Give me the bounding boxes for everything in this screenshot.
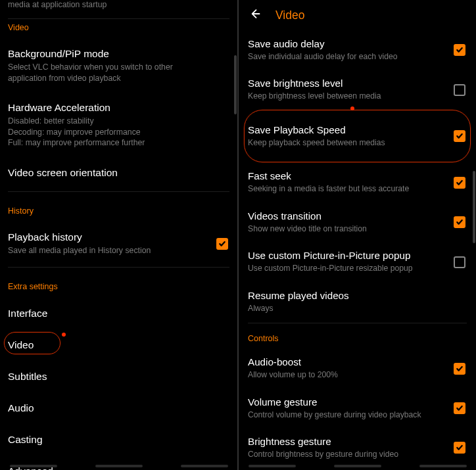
extra-item-audio[interactable]: Audio — [8, 392, 229, 424]
setting-title: Videos transition — [248, 210, 440, 222]
setting-videos-transition[interactable]: Videos transition Show new video title o… — [248, 202, 467, 242]
setting-save-brightness[interactable]: Save brightness level Keep brightness le… — [248, 70, 467, 109]
checkbox[interactable] — [454, 130, 465, 142]
nav-pill[interactable] — [419, 465, 467, 467]
setting-title: Save brightness level — [248, 78, 440, 89]
back-icon[interactable] — [248, 7, 261, 23]
setting-subtitle: Control volume by gesture during video p… — [248, 410, 440, 420]
setting-subtitle: Disabled: better stability Decoding: may… — [8, 116, 203, 149]
setting-title: Save Playback Speed — [248, 124, 440, 135]
setting-background-pip[interactable]: Background/PiP mode Select VLC behavior … — [8, 39, 229, 93]
nav-pill[interactable] — [334, 465, 381, 467]
setting-subtitle: Keep playback speed between medias — [248, 137, 440, 148]
setting-subtitle: Always — [248, 303, 440, 314]
setting-subtitle: Allow volume up to 200% — [248, 369, 440, 380]
setting-title: Brightness gesture — [248, 436, 440, 447]
divider — [248, 323, 467, 323]
setting-title: Resume played videos — [248, 290, 440, 301]
settings-screen-left: media at application startup Video Backg… — [0, 0, 237, 470]
setting-save-audio-delay[interactable]: Save audio delay Save individual audio d… — [248, 30, 467, 70]
setting-title: Use custom Picture-in-Picture popup — [248, 250, 440, 261]
section-header-history: History — [8, 206, 229, 216]
setting-resume-played[interactable]: Resume played videos Always — [248, 282, 467, 321]
checkbox[interactable] — [454, 216, 465, 228]
extra-item-interface[interactable]: Interface — [8, 298, 229, 329]
setting-title: Audio-boost — [248, 356, 440, 367]
checkbox[interactable] — [216, 238, 228, 250]
divider — [8, 18, 229, 19]
nav-pill[interactable] — [249, 465, 296, 467]
android-nav-bar — [0, 465, 237, 467]
video-settings-screen-right: Video Save audio delay Save individual a… — [239, 0, 476, 470]
setting-title: Hardware Acceleration — [8, 102, 203, 114]
setting-screen-orientation[interactable]: Video screen orientation — [8, 158, 229, 190]
checkbox[interactable] — [454, 44, 465, 56]
extra-item-advanced[interactable]: Advanced — [8, 456, 229, 470]
setting-title: Video screen orientation — [8, 167, 203, 179]
extra-item-casting[interactable]: Casting — [8, 424, 229, 456]
setting-subtitle: Save individual audio delay for each vid… — [248, 51, 440, 62]
top-app-bar: Video — [239, 0, 476, 30]
setting-subtitle: Select VLC behavior when you switch to o… — [8, 62, 203, 83]
section-header-video: Video — [8, 23, 229, 32]
android-nav-bar — [239, 465, 476, 467]
section-header-extra: Extra settings — [8, 282, 229, 291]
setting-playback-history[interactable]: Playback history Save all media played i… — [8, 222, 229, 266]
setting-title: Background/PiP mode — [8, 48, 203, 60]
setting-title: Playback history — [8, 231, 203, 243]
section-header-controls: Controls — [248, 334, 467, 343]
truncated-text: media at application startup — [8, 0, 229, 17]
extra-item-subtitles[interactable]: Subtitles — [8, 361, 229, 392]
nav-pill[interactable] — [181, 465, 228, 467]
setting-subtitle: Seeking in a media is faster but less ac… — [248, 183, 440, 194]
screen-title: Video — [275, 9, 304, 22]
setting-subtitle: Save all media played in History section — [8, 245, 203, 256]
setting-subtitle: Show new video title on transition — [248, 223, 440, 234]
checkbox[interactable] — [454, 84, 465, 96]
setting-audio-boost[interactable]: Audio-boost Allow volume up to 200% — [248, 348, 467, 388]
extra-item-label: Video — [8, 339, 34, 350]
setting-custom-pip[interactable]: Use custom Picture-in-Picture popup Use … — [248, 242, 467, 281]
setting-hardware-accel[interactable]: Hardware Acceleration Disabled: better s… — [8, 93, 229, 158]
checkbox[interactable] — [454, 442, 465, 454]
setting-subtitle: Keep brightness level between media — [248, 91, 440, 101]
divider — [8, 191, 229, 192]
setting-fast-seek[interactable]: Fast seek Seeking in a media is faster b… — [248, 162, 467, 202]
checkbox[interactable] — [454, 256, 465, 268]
setting-title: Fast seek — [248, 170, 440, 181]
checkbox[interactable] — [454, 177, 465, 189]
highlight-dot — [350, 106, 354, 110]
setting-title: Volume gesture — [248, 396, 440, 408]
nav-pill[interactable] — [10, 465, 57, 467]
setting-title: Save audio delay — [248, 38, 440, 49]
setting-brightness-gesture[interactable]: Brightness gesture Control brightness by… — [248, 428, 467, 467]
extra-item-video[interactable]: Video — [8, 329, 229, 361]
nav-pill[interactable] — [95, 465, 143, 467]
checkbox[interactable] — [454, 363, 465, 375]
setting-subtitle: Use custom Picture-in-Picture resizable … — [248, 263, 440, 273]
divider — [8, 267, 229, 268]
setting-subtitle: Control brightness by gesture during vid… — [248, 449, 440, 459]
setting-volume-gesture[interactable]: Volume gesture Control volume by gesture… — [248, 388, 467, 428]
highlight-dot — [62, 333, 66, 337]
checkbox[interactable] — [454, 402, 465, 414]
setting-save-playback-speed[interactable]: Save Playback Speed Keep playback speed … — [248, 116, 467, 156]
